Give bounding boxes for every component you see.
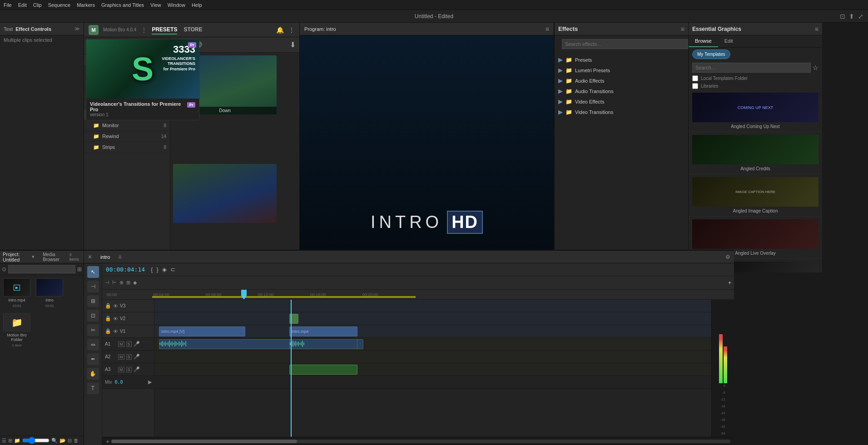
tl-link-icon[interactable]: ⊕ bbox=[119, 280, 124, 286]
track-row-v1[interactable]: intro.mp4 [V] intro.mp4 bbox=[154, 325, 711, 338]
template-angled-coming-up[interactable]: COMING UP NEXT Angled Coming Up Next bbox=[689, 90, 822, 132]
search-proj-icon[interactable]: 🔍 bbox=[51, 438, 58, 444]
mb-item-monitor[interactable]: 📁Monitor 8 bbox=[84, 120, 170, 131]
eg-search-input[interactable] bbox=[692, 63, 811, 73]
tl-mark-out[interactable]: } bbox=[155, 266, 159, 273]
zoom-slider[interactable] bbox=[22, 437, 50, 444]
effects-item-video-transitions[interactable]: ▶ 📁 Video Transitions bbox=[555, 107, 688, 117]
a2-s-btn[interactable]: S bbox=[126, 354, 132, 360]
tab-presets[interactable]: PRESETS bbox=[152, 25, 177, 35]
menu-markers[interactable]: Markers bbox=[77, 2, 95, 8]
tl-add-track-icon[interactable]: + bbox=[106, 438, 109, 445]
slip-tool[interactable]: ⇔ bbox=[87, 339, 99, 351]
new-bin-icon[interactable]: 📂 bbox=[60, 438, 66, 444]
tl-scrollbar-thumb[interactable] bbox=[111, 440, 297, 443]
filter-icon[interactable]: ⊙ bbox=[2, 266, 6, 272]
effects-item-presets[interactable]: ▶ 📁 Presets bbox=[555, 54, 688, 65]
v2-eye-icon[interactable]: 👁 bbox=[113, 316, 118, 321]
track-row-v2[interactable] bbox=[154, 312, 711, 325]
folder-icon-proj2[interactable]: 📁 bbox=[14, 438, 20, 444]
download-icon[interactable]: ⬇ bbox=[290, 40, 296, 49]
maximize-icon[interactable]: ⤢ bbox=[858, 13, 863, 20]
ripple-edit-tool[interactable]: ⊞ bbox=[87, 295, 99, 307]
clip-v1-intro-v[interactable]: intro.mp4 [V] bbox=[159, 326, 245, 336]
track-row-v3[interactable] bbox=[154, 300, 711, 312]
timeline-tab-intro[interactable]: intro bbox=[98, 253, 113, 261]
template-angled-image-caption[interactable]: IMAGE CAPTION HERE Angled Image Caption bbox=[689, 174, 822, 217]
v2-lock-icon[interactable]: 🔒 bbox=[105, 316, 111, 321]
media-browser-tab[interactable]: Media Browser bbox=[41, 251, 66, 263]
project-item-folder[interactable]: 📁 Motion Bro Folder 1 item bbox=[2, 312, 32, 349]
track-row-a3[interactable] bbox=[154, 363, 711, 376]
clip-a3-1[interactable] bbox=[289, 365, 357, 375]
menu-window[interactable]: Window bbox=[168, 2, 185, 8]
menu-file[interactable]: File bbox=[4, 2, 12, 8]
tab-browse[interactable]: Browse bbox=[689, 35, 718, 47]
list-icon[interactable]: ☰ bbox=[2, 438, 6, 444]
panel-menu-icon[interactable]: ≫ bbox=[74, 26, 80, 32]
timeline-tab-menu[interactable]: ≡ bbox=[118, 254, 121, 260]
menu-help[interactable]: Help bbox=[192, 2, 202, 8]
project-panel-icon[interactable]: ▾ bbox=[32, 254, 35, 260]
work-area-bar[interactable] bbox=[152, 296, 416, 298]
clip-v1-intro[interactable]: intro.mp4 bbox=[289, 326, 357, 336]
more-icon[interactable]: ⋮ bbox=[288, 26, 295, 34]
clip-a1-wave2[interactable] bbox=[289, 339, 357, 349]
template-angled-credits[interactable]: Angled Credits bbox=[689, 132, 822, 174]
grid-icon-proj[interactable]: ⊞ bbox=[8, 438, 12, 444]
fullscreen-icon[interactable]: ⊡ bbox=[840, 13, 845, 20]
effects-item-lumetri[interactable]: ▶ 📁 Lumetri Presets bbox=[555, 65, 688, 75]
mb-item-strips[interactable]: 📁Strips 8 bbox=[84, 142, 170, 153]
trash-icon[interactable]: 🗑 bbox=[74, 438, 79, 443]
menu-graphics[interactable]: Graphics and Titles bbox=[101, 2, 144, 8]
v3-eye-icon[interactable]: 👁 bbox=[113, 303, 118, 309]
a3-s-btn[interactable]: S bbox=[126, 367, 132, 372]
libraries-checkbox[interactable] bbox=[692, 83, 698, 89]
menu-sequence[interactable]: Sequence bbox=[48, 2, 71, 8]
timeline-close-icon[interactable]: ✕ bbox=[88, 254, 92, 260]
tl-mark-in[interactable]: { bbox=[149, 266, 154, 273]
tl-keyframe-icon[interactable]: ◆ bbox=[133, 280, 137, 286]
v1-lock-icon[interactable]: 🔒 bbox=[105, 328, 111, 334]
tl-track-content[interactable]: intro.mp4 [V] intro.mp4 bbox=[154, 300, 711, 437]
mb-item-rewind[interactable]: 📁Rewind 14 bbox=[84, 131, 170, 142]
export-icon[interactable]: ⬆ bbox=[849, 13, 854, 20]
menu-edit[interactable]: Edit bbox=[18, 2, 27, 8]
eg-star-btn[interactable]: ☆ bbox=[813, 64, 818, 71]
track-row-a1[interactable] bbox=[154, 338, 711, 351]
tl-add-marker[interactable]: ◈ bbox=[161, 266, 168, 273]
program-menu-icon[interactable]: ≡ bbox=[546, 25, 549, 33]
effects-item-audio-effects[interactable]: ▶ 📁 Audio Effects bbox=[555, 75, 688, 86]
project-item-intro-mp4[interactable]: ▶ intro.mp4 10:01 bbox=[2, 277, 32, 309]
project-item-intro[interactable]: intro 10:01 bbox=[35, 277, 64, 309]
menu-clip[interactable]: Clip bbox=[33, 2, 42, 8]
tab-store[interactable]: STORE bbox=[184, 25, 202, 35]
tl-scrollbar[interactable] bbox=[111, 440, 730, 443]
project-search-input[interactable] bbox=[8, 265, 75, 273]
a1-m-btn[interactable]: M bbox=[118, 341, 124, 347]
a3-m-btn[interactable]: M bbox=[118, 367, 124, 372]
tl-timecode[interactable]: 00:00:04:14 bbox=[106, 266, 145, 273]
text-tab[interactable]: Text bbox=[4, 26, 13, 32]
tab-edit[interactable]: Edit bbox=[718, 35, 739, 47]
tl-fit-icon[interactable]: ⊢ bbox=[112, 280, 117, 286]
effects-menu-icon[interactable]: ≡ bbox=[681, 25, 684, 33]
rolling-edit-tool[interactable]: ⊡ bbox=[87, 310, 99, 321]
pen-tool[interactable]: ✒ bbox=[87, 353, 99, 365]
effect-controls-tab[interactable]: Effect Controls bbox=[15, 26, 51, 32]
ad-banner[interactable]: S 3333 VIDEOLANCER'S TRANSITIONS for Pre… bbox=[86, 39, 199, 120]
notification-icon[interactable]: 🔔 bbox=[276, 26, 284, 34]
tl-snap[interactable]: ⊂ bbox=[169, 266, 177, 273]
tl-settings-icon[interactable]: ⚙ bbox=[725, 254, 730, 260]
tl-settings2-icon[interactable]: + bbox=[728, 280, 731, 286]
tl-inout-icon[interactable]: ⊣ bbox=[105, 280, 109, 286]
track-select-tool[interactable]: ⊣ bbox=[87, 281, 99, 292]
hand-tool[interactable]: ✋ bbox=[87, 368, 99, 380]
menu-view[interactable]: View bbox=[150, 2, 161, 8]
settings-proj-icon[interactable]: ⊟ bbox=[68, 438, 72, 444]
a1-s-btn[interactable]: S bbox=[126, 341, 132, 347]
selection-tool[interactable]: ↖ bbox=[87, 266, 99, 278]
v3-lock-icon[interactable]: 🔒 bbox=[105, 303, 111, 309]
effects-item-video-effects[interactable]: ▶ 📁 Video Effects bbox=[555, 96, 688, 107]
razor-tool[interactable]: ✂ bbox=[87, 324, 99, 336]
